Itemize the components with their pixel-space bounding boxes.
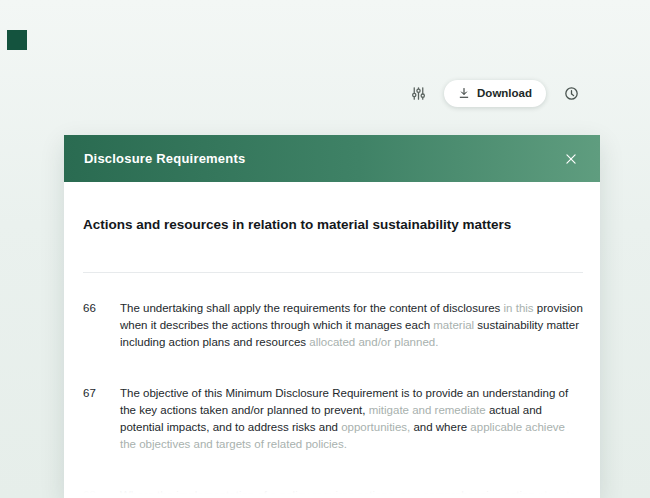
paragraph-list: 66 The undertaking shall apply the requi… bbox=[83, 300, 583, 498]
paragraph-number: 67 bbox=[83, 385, 120, 453]
page-background: Download Disclosure Requirements Actions… bbox=[0, 0, 650, 498]
paragraph-row: 66 The undertaking shall apply the requi… bbox=[83, 300, 583, 351]
download-button[interactable]: Download bbox=[444, 80, 546, 107]
modal-title: Disclosure Requirements bbox=[84, 151, 245, 166]
paragraph-text: The undertaking shall apply the requirem… bbox=[120, 300, 583, 351]
text-segment: and where bbox=[413, 421, 470, 433]
text-segment: opportunities, bbox=[341, 421, 413, 433]
paragraph-text: The objective of this Minimum Disclosure… bbox=[120, 385, 583, 453]
disclosure-modal: Disclosure Requirements Actions and reso… bbox=[64, 135, 600, 498]
text-segment: Where the implementation of a policy req… bbox=[120, 489, 538, 498]
section-title: Actions and resources in relation to mat… bbox=[83, 216, 583, 234]
logo-mark bbox=[7, 30, 27, 50]
paragraph-number: 68 bbox=[83, 487, 120, 498]
paragraph-number: 66 bbox=[83, 300, 120, 351]
paragraph-row: 68 Where the implementation of a policy … bbox=[83, 487, 583, 498]
clock-icon bbox=[563, 85, 580, 102]
close-button[interactable] bbox=[560, 148, 582, 170]
download-icon bbox=[458, 87, 470, 99]
text-segment: The undertaking shall apply the requirem… bbox=[120, 302, 504, 314]
text-segment: material bbox=[433, 319, 477, 331]
text-segment: mitigate and remediate bbox=[369, 404, 489, 416]
modal-header: Disclosure Requirements bbox=[64, 135, 600, 182]
download-label: Download bbox=[477, 87, 532, 99]
divider bbox=[83, 272, 583, 273]
close-icon bbox=[564, 152, 578, 166]
modal-body: Actions and resources in relation to mat… bbox=[64, 182, 600, 498]
filters-icon bbox=[410, 85, 427, 102]
toolbar: Download bbox=[408, 79, 582, 107]
text-segment: in this bbox=[504, 302, 537, 314]
text-segment: allocated and/or planned. bbox=[309, 336, 438, 348]
clock-button[interactable] bbox=[561, 83, 582, 104]
paragraph-text: Where the implementation of a policy req… bbox=[120, 487, 583, 498]
paragraph-row: 67 The objective of this Minimum Disclos… bbox=[83, 385, 583, 453]
filters-button[interactable] bbox=[408, 83, 429, 104]
